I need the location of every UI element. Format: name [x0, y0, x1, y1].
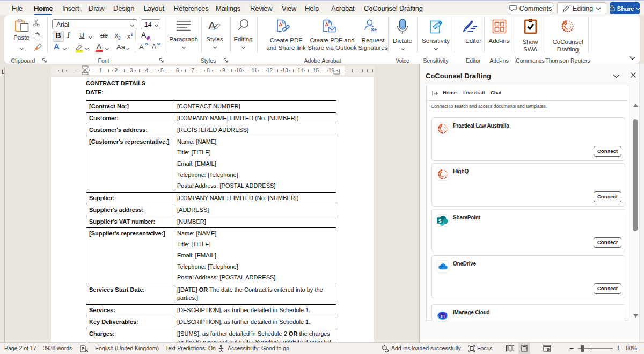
svg-text:m: m [441, 313, 444, 319]
svg-text:A: A [208, 19, 216, 32]
svg-text:S: S [438, 218, 442, 223]
